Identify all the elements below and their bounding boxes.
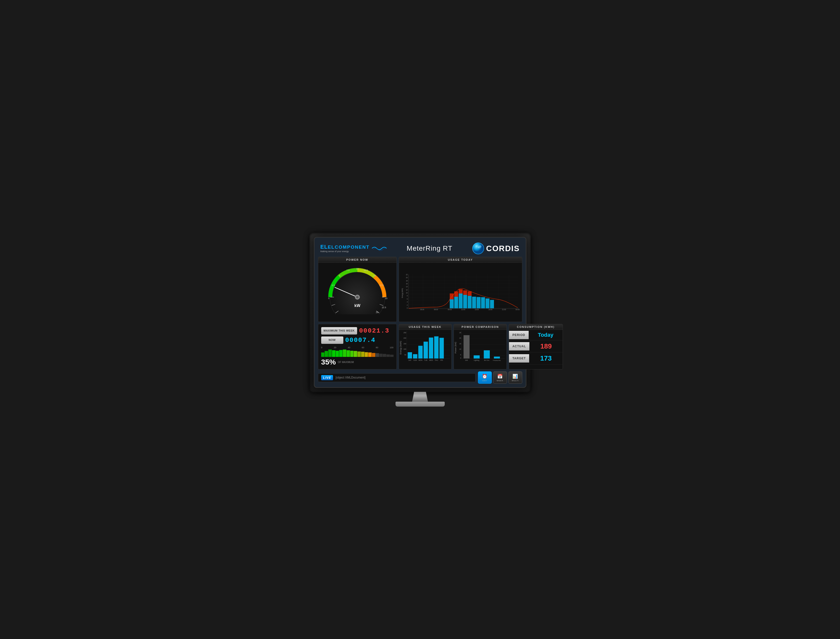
svg-rect-108 (484, 350, 490, 358)
svg-text:4: 4 (406, 301, 408, 303)
svg-rect-45 (463, 295, 467, 308)
usage-week-panel: USAGE THIS WEEK Energy (kWh) 250 200 150 (399, 324, 452, 369)
weekly-chart-svg: 250 200 150 100 50 (402, 331, 450, 364)
progress-bar (321, 350, 394, 357)
usage-today-panel: USAGE TODAY 22 20 (399, 257, 522, 322)
svg-text:6: 6 (406, 298, 408, 300)
svg-text:15: 15 (459, 343, 461, 345)
gauge-svg: 0 2.5 5 7.5 10 12.5 15 17.5 20 22.5 25 (325, 265, 389, 314)
svg-rect-85 (439, 338, 444, 358)
progress-seg (339, 350, 343, 357)
comparison-y-label: Power (kW) (454, 331, 457, 364)
svg-text:0: 0 (460, 357, 461, 359)
usage-today-title: USAGE TODAY (399, 257, 522, 263)
svg-text:50: 50 (404, 354, 406, 356)
cordis-text: CORDIS (486, 244, 520, 253)
svg-rect-44 (459, 293, 462, 308)
usage-week-title: USAGE THIS WEEK (399, 324, 452, 330)
progress-seg (346, 350, 350, 357)
comparison-chart-area: Power (kW) 25 20 15 10 5 (454, 330, 507, 366)
dashboard-grid: POWER NOW (318, 257, 522, 369)
progress-seg (350, 351, 354, 357)
svg-text:WED: WED (429, 359, 433, 361)
svg-text:0: 0 (406, 307, 408, 309)
svg-text:20: 20 (385, 297, 387, 300)
svg-text:20: 20 (406, 277, 408, 278)
svg-text:22: 22 (406, 274, 408, 275)
svg-text:18: 18 (406, 280, 408, 281)
week-view-button[interactable]: 📅 WEEK (493, 371, 507, 384)
max-this-week-button[interactable]: MAXIMUM THIS WEEK (321, 327, 357, 334)
svg-point-0 (473, 243, 484, 254)
now-value: 00007.4 (345, 337, 376, 344)
view-buttons: ⏰ DAY 📅 WEEK 📊 MULTI (478, 371, 522, 384)
period-label[interactable]: PERIOD (509, 331, 529, 339)
period-row: PERIOD Today (509, 330, 563, 340)
progress-seg (368, 353, 371, 357)
svg-rect-49 (481, 297, 485, 308)
actual-label[interactable]: ACTUAL (509, 342, 529, 350)
svg-text:12:00: 12:00 (461, 309, 465, 310)
stand-base (395, 402, 445, 407)
svg-text:15:00: 15:00 (475, 309, 479, 310)
progress-seg (321, 353, 325, 357)
svg-text:FRI: FRI (440, 359, 443, 361)
svg-text:09:00: 09:00 (448, 309, 452, 310)
header: ELELCOMPONENT Making sense of your energ… (318, 241, 522, 257)
svg-text:Unit: Unit (465, 359, 468, 361)
target-row: TARGET 173 (509, 353, 563, 364)
elcomponent-logo: ELELCOMPONENT Making sense of your energ… (320, 244, 370, 253)
week-label: WEEK (497, 380, 504, 382)
tagline: Making sense of your energy (320, 250, 370, 253)
svg-text:5: 5 (339, 275, 340, 277)
consumption-panel: CONSUMPTION (KWH) PERIOD Today ACTUAL 18… (509, 324, 563, 369)
svg-text:SUN: SUN (413, 359, 417, 361)
progress-seg (376, 353, 379, 357)
power-now-title: POWER NOW (318, 257, 397, 263)
power-now-panel: POWER NOW (318, 257, 397, 322)
svg-text:18:00: 18:00 (488, 309, 493, 310)
cordis-sphere-icon (472, 243, 484, 254)
day-view-button[interactable]: ⏰ DAY (478, 371, 492, 384)
svg-text:25: 25 (459, 332, 461, 334)
progress-seg (379, 354, 383, 357)
svg-rect-47 (472, 297, 476, 308)
target-label[interactable]: TARGET (509, 354, 529, 362)
svg-text:06:00: 06:00 (434, 309, 438, 310)
wave-icon (372, 246, 387, 251)
actual-row: ACTUAL 189 (509, 340, 563, 353)
svg-text:10: 10 (406, 292, 408, 294)
now-row: NOW 00007.4 (321, 337, 394, 344)
svg-text:150: 150 (403, 343, 406, 345)
svg-text:12.5: 12.5 (363, 269, 368, 272)
svg-text:TUE: TUE (424, 359, 427, 361)
stand-neck (410, 392, 430, 402)
live-text: [object XMLDocument] (335, 376, 365, 379)
progress-seg (336, 351, 339, 357)
svg-text:14: 14 (406, 286, 408, 288)
svg-rect-51 (490, 300, 494, 308)
day-label: DAY (482, 380, 487, 382)
svg-rect-80 (413, 354, 418, 359)
actual-value: 189 (529, 340, 563, 352)
now-button[interactable]: NOW (321, 337, 343, 343)
multi-view-button[interactable]: 📊 MULTI (508, 371, 522, 384)
svg-text:100: 100 (403, 348, 406, 350)
cordis-logo: CORDIS (472, 243, 520, 254)
svg-text:2.5: 2.5 (332, 284, 335, 286)
svg-rect-109 (494, 357, 500, 359)
multi-label: MULTI (512, 380, 518, 382)
svg-rect-42 (449, 299, 454, 308)
progress-seg (386, 354, 390, 357)
brand-name: ELELCOMPONENT (320, 244, 370, 250)
live-badge: LIVE [object XMLDocument] (318, 374, 475, 382)
monitor-stand (309, 392, 531, 407)
progress-seg (372, 353, 375, 357)
progress-seg (365, 352, 368, 357)
brand-highlight: EL (320, 244, 328, 250)
progress-seg (361, 352, 365, 357)
svg-text:25: 25 (376, 311, 378, 313)
svg-rect-48 (477, 297, 480, 308)
svg-point-28 (356, 296, 359, 298)
svg-text:22.5: 22.5 (382, 306, 386, 309)
